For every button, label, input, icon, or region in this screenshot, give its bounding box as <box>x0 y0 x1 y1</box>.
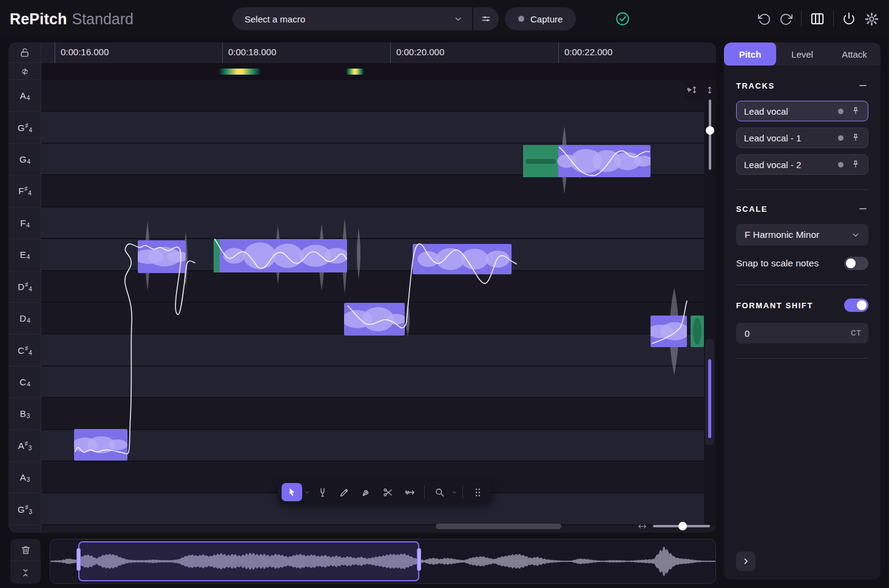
wave-arrow-tool-button[interactable] <box>399 483 420 501</box>
expand-button[interactable] <box>736 552 755 571</box>
loop-button[interactable] <box>8 63 41 80</box>
track-list: Lead vocalLead vocal - 1Lead vocal - 2 <box>736 101 868 175</box>
grid-row[interactable] <box>41 334 704 366</box>
settings-button[interactable] <box>864 12 879 27</box>
delete-button[interactable] <box>10 539 41 561</box>
vertical-zoom-slider[interactable] <box>706 100 714 170</box>
tab-level[interactable]: Level <box>776 42 828 66</box>
collapse-button[interactable] <box>10 561 41 584</box>
grid-row[interactable] <box>41 430 704 462</box>
redo-button[interactable] <box>779 12 793 26</box>
overview-actions <box>10 539 41 584</box>
zoom-tool-button[interactable] <box>429 483 450 501</box>
macro-settings-button[interactable] <box>473 7 499 30</box>
piano-key-gsharp3[interactable]: G♯3 <box>8 493 41 525</box>
ruler-tick-label: 0:00:22.000 <box>564 47 612 57</box>
piano-key-a4[interactable]: A4 <box>8 80 41 112</box>
slider-thumb[interactable] <box>678 522 687 530</box>
cursor-tool-button[interactable] <box>282 483 302 501</box>
piano-key-f4[interactable]: F4 <box>8 208 41 239</box>
note-block[interactable] <box>523 145 651 177</box>
ruler-tick <box>390 42 391 63</box>
formant-shift-input[interactable]: 0 CT <box>736 323 868 343</box>
macro-select[interactable]: Select a macro <box>232 7 472 30</box>
horizontal-zoom-slider[interactable] <box>653 525 710 527</box>
wave-vertical-zoom-icon[interactable] <box>686 84 697 95</box>
pin-icon[interactable] <box>851 106 860 116</box>
piano-key-g4[interactable]: G4 <box>8 144 41 175</box>
scissors-tool-button[interactable] <box>377 483 398 501</box>
grid-row[interactable] <box>41 367 704 398</box>
redo-icon <box>779 12 793 26</box>
piano-key-asharp3[interactable]: A♯3 <box>8 430 41 462</box>
vertical-scrollbar[interactable] <box>705 339 714 445</box>
scale-collapse-button[interactable] <box>857 203 868 214</box>
undo-button[interactable] <box>757 12 771 26</box>
toggle-knob <box>846 259 856 268</box>
grid-row[interactable] <box>41 208 704 239</box>
chevron-down-icon[interactable] <box>451 488 458 496</box>
piano-key-b3[interactable]: B3 <box>8 398 41 430</box>
track-status-dot[interactable] <box>838 162 843 167</box>
note-block[interactable] <box>214 239 347 272</box>
note-block[interactable] <box>691 316 704 347</box>
timeline-ruler[interactable]: 0:00:16.0000:00:18.0000:00:20.0000:00:22… <box>41 42 716 63</box>
capture-button[interactable]: Capture <box>505 7 576 30</box>
lock-button[interactable] <box>8 42 41 63</box>
track-row[interactable]: Lead vocal - 1 <box>736 127 868 148</box>
note-block[interactable] <box>344 303 405 336</box>
ruler-tick-label: 0:00:20.000 <box>396 47 444 57</box>
pitch-grid[interactable] <box>41 80 704 525</box>
overview-selection[interactable] <box>78 541 419 581</box>
grid-row[interactable] <box>41 271 704 303</box>
piano-key-gsharp4[interactable]: G♯4 <box>8 112 41 143</box>
loudness-strip <box>41 63 716 80</box>
pencil-tool-button[interactable] <box>334 483 354 501</box>
grip-tool-button[interactable] <box>467 483 488 501</box>
piano-key-csharp4[interactable]: C♯4 <box>8 334 41 366</box>
tab-attack[interactable]: Attack <box>828 42 881 66</box>
vertical-scrollbar-thumb[interactable] <box>708 359 711 438</box>
pin-icon[interactable] <box>851 160 860 169</box>
piano-key-e4[interactable]: E4 <box>8 239 41 271</box>
piano-key-c4[interactable]: C4 <box>8 367 41 398</box>
snap-toggle[interactable] <box>844 257 868 270</box>
note-block[interactable] <box>138 240 186 273</box>
power-button[interactable] <box>842 12 856 26</box>
tuning-fork-tool-button[interactable] <box>312 483 333 501</box>
pin-icon[interactable] <box>851 133 860 143</box>
selection-right-handle[interactable] <box>417 548 421 571</box>
scissors-icon <box>382 487 394 498</box>
formant-toggle[interactable] <box>844 299 868 312</box>
waveform-overview[interactable] <box>50 539 716 584</box>
piano-key-a3[interactable]: A3 <box>8 462 41 493</box>
track-row[interactable]: Lead vocal <box>736 101 868 121</box>
divider <box>801 11 802 27</box>
track-row[interactable]: Lead vocal - 2 <box>736 154 868 175</box>
piano-key-fsharp4[interactable]: F♯4 <box>8 175 41 207</box>
grid-row[interactable] <box>41 398 704 430</box>
note-block[interactable] <box>413 244 512 274</box>
horizontal-scrollbar[interactable] <box>436 524 561 529</box>
tab-bar: PitchLevelAttack <box>724 42 881 66</box>
tab-pitch[interactable]: Pitch <box>724 42 776 66</box>
formant-shift-unit: CT <box>851 329 861 337</box>
note-block[interactable] <box>74 429 127 461</box>
grid-row[interactable] <box>41 112 704 143</box>
vertical-arrows-icon[interactable] <box>705 86 714 95</box>
note-block[interactable] <box>651 316 687 347</box>
block-waveform <box>74 429 127 461</box>
selection-left-handle[interactable] <box>76 548 81 571</box>
track-status-dot[interactable] <box>838 109 843 114</box>
layout-columns-button[interactable] <box>810 11 825 27</box>
track-status-dot[interactable] <box>838 135 843 141</box>
grid-row[interactable] <box>41 80 704 112</box>
slider-thumb[interactable] <box>706 126 714 135</box>
scale-select[interactable]: F Harmonic Minor <box>736 224 868 246</box>
piano-key-dsharp4[interactable]: D♯4 <box>8 271 41 303</box>
tracks-collapse-button[interactable] <box>857 80 868 91</box>
piano-key-d4[interactable]: D4 <box>8 303 41 334</box>
grid-row[interactable] <box>41 175 704 207</box>
chevron-down-icon[interactable] <box>303 488 311 496</box>
pen-nib-tool-button[interactable] <box>356 483 376 501</box>
